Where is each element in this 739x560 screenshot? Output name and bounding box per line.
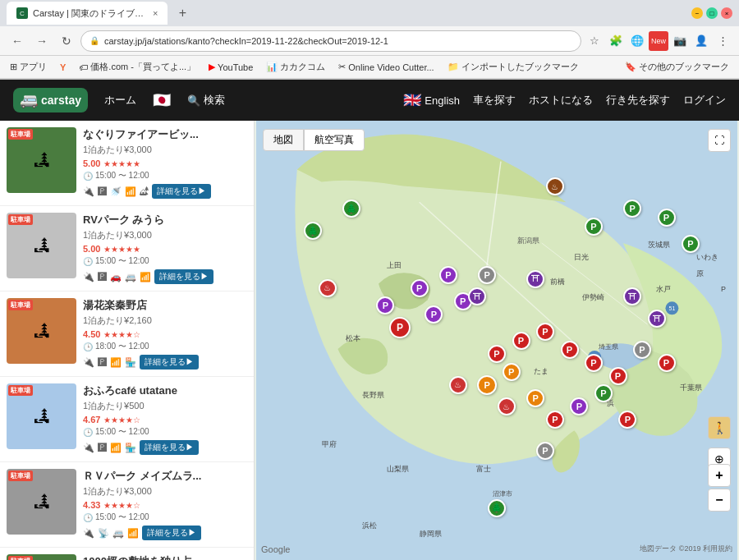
map-tab-aerial[interactable]: 航空写真 — [304, 129, 365, 151]
map-pin-gp1[interactable]: P — [585, 218, 603, 236]
map-pin-rp6[interactable]: P — [609, 367, 627, 385]
login-link[interactable]: ログイン — [683, 93, 726, 108]
map-pin-hs1[interactable]: ♨ — [449, 376, 467, 394]
map-pin-rp1[interactable]: P — [488, 345, 506, 363]
bookmark-apps[interactable]: ⊞ アプリ — [7, 59, 50, 75]
forward-button[interactable]: → — [31, 30, 53, 52]
map-pin-gate1[interactable]: ⛩ — [468, 287, 486, 305]
amenity-icon: 🔌 — [83, 186, 94, 197]
bookmark-cutter[interactable]: ✂ Online Video Cutter... — [335, 60, 437, 74]
map-pin-gray2[interactable]: P — [633, 341, 651, 359]
bookmark-kakaku[interactable]: 🏷 価格.com -「買ってよ...」 — [76, 59, 199, 75]
map-pin-extra4[interactable]: P — [618, 411, 636, 429]
find-destination-link[interactable]: 行き先を探す — [606, 93, 670, 108]
map-pin-gate4[interactable]: ⛩ — [648, 310, 666, 328]
map-pin-extra3[interactable]: P — [594, 384, 613, 402]
language-button[interactable]: 🇬🇧 English — [403, 91, 460, 109]
tab-title: Carstay | 関東のドライブスポット・車... — [33, 7, 148, 20]
listing-title: おふろcafé utatane — [83, 383, 247, 398]
logo[interactable]: 🚐 carstay — [13, 88, 88, 112]
new-tab-button[interactable]: + — [172, 3, 192, 23]
detail-button[interactable]: 詳細を見る▶ — [140, 355, 199, 370]
bookmark-other[interactable]: 🔖 その他のブックマーク — [622, 59, 732, 75]
map-zoom-in-button[interactable]: + — [708, 464, 731, 487]
lang-label: English — [425, 94, 460, 107]
map-tab-map[interactable]: 地図 — [263, 129, 304, 151]
map-pin-p2[interactable]: P — [411, 279, 429, 297]
maximize-button[interactable]: □ — [706, 7, 718, 19]
map-pin-gp3[interactable]: P — [658, 209, 676, 227]
listing-item[interactable]: 🏞 駐車場 なぐりファイアービッ... 1泊あたり¥3,000 5.00 ★★★… — [0, 121, 254, 206]
listing-amenities: 🔌🅿🚗🚐📶 詳細を見る▶ — [83, 269, 247, 284]
map-type-tabs: 地図 航空写真 — [263, 129, 365, 151]
japan-flag-icon[interactable]: 🇯🇵 — [153, 91, 171, 109]
map-pin-gp2[interactable]: P — [623, 200, 641, 218]
menu-icon[interactable]: ⋮ — [713, 31, 732, 51]
map-pin-op3[interactable]: P — [526, 389, 544, 407]
listing-thumbnail: 🏞 駐車場 — [7, 127, 76, 193]
map-fullscreen-button[interactable]: ⛶ — [708, 129, 731, 152]
back-button[interactable]: ← — [7, 30, 28, 52]
active-tab[interactable]: C Carstay | 関東のドライブスポット・車... × — [7, 2, 168, 25]
map-pin-gp4[interactable]: P — [682, 235, 700, 253]
bookmark-yahoo[interactable]: Y — [57, 61, 69, 74]
tab-close-btn[interactable]: × — [153, 8, 158, 18]
map-pin-extra2[interactable]: P — [570, 397, 588, 415]
map-pin-extra5[interactable]: P — [658, 354, 676, 372]
map-pin-rp3[interactable]: P — [536, 323, 554, 341]
listing-info: 1000坪の敷地を独り占... — [83, 554, 247, 560]
listing-item[interactable]: 🏞 駐車場 おふろcafé utatane 1泊あたり¥500 4.67 ★★★… — [0, 377, 254, 462]
map-zoom-out-button[interactable]: − — [708, 489, 731, 512]
map-pin-tree[interactable]: 🌲 — [304, 222, 322, 240]
become-host-link[interactable]: ホストになる — [529, 93, 593, 108]
bookmark-star-icon[interactable]: ☆ — [585, 31, 604, 51]
listing-item[interactable]: 🏞 駐車場 湯花楽秦野店 1泊あたり¥2,160 4.50 ★★★★☆ 🕒18:… — [0, 291, 254, 377]
bookmark-imported[interactable]: 📁 インポートしたブックマーク — [444, 59, 582, 75]
detail-button[interactable]: 詳細を見る▶ — [154, 269, 213, 284]
url-bar[interactable]: 🔒 carstay.jp/ja/stations/kanto?checkIn=2… — [80, 30, 581, 52]
extensions-icon[interactable]: 🧩 — [606, 31, 626, 51]
map-pin-rp2[interactable]: P — [512, 332, 530, 350]
minimize-button[interactable]: − — [691, 7, 703, 19]
map-pin-p1[interactable]: P — [376, 296, 394, 314]
map-pin-op2[interactable]: P — [503, 363, 521, 381]
listing-item[interactable]: 🏞 駐車場 RVパーク みうら 1泊あたり¥3,000 5.00 ★★★★★ 🕒… — [0, 206, 254, 291]
listing-amenities: 🔌📡🚐📶 詳細を見る▶ — [83, 526, 247, 540]
map-pin-tree3[interactable]: 🌲 — [488, 499, 506, 517]
map-pin-gate3[interactable]: ⛩ — [623, 287, 641, 305]
bookmark-kakakucom[interactable]: 📊 カカクコム — [263, 59, 328, 75]
map-pin-gate2[interactable]: ⛩ — [526, 270, 544, 288]
nav-home-link[interactable]: ホーム — [104, 93, 136, 108]
find-car-link[interactable]: 車を探す — [473, 93, 516, 108]
map-pin-extra1[interactable]: P — [546, 411, 564, 429]
translate-icon[interactable]: 🌐 — [627, 31, 647, 51]
search-button[interactable]: 🔍 検索 — [187, 93, 225, 108]
detail-button[interactable]: 詳細を見る▶ — [140, 440, 199, 455]
detail-button[interactable]: 詳細を見る▶ — [142, 526, 201, 540]
map-pin-op1[interactable]: P — [477, 375, 497, 395]
map-street-view-button[interactable]: 🚶 — [708, 416, 731, 439]
map-pin-tree2[interactable]: 🌲 — [342, 200, 360, 218]
amenity-icon: 🚐 — [112, 528, 124, 539]
lang-flag-icon: 🇬🇧 — [403, 91, 421, 109]
map-pin-gray3[interactable]: P — [536, 442, 554, 460]
map-pin-hotspring2[interactable]: ♨ — [546, 177, 564, 195]
listing-amenities: 🔌🅿📶🏪 詳細を見る▶ — [83, 355, 247, 370]
map-pin-hotspring[interactable]: ♨ — [319, 279, 337, 297]
map-pin-p5[interactable]: P — [425, 305, 443, 324]
map-pin-rp4[interactable]: P — [561, 341, 579, 359]
camera-icon[interactable]: 📷 — [670, 31, 690, 51]
close-button[interactable]: × — [721, 7, 732, 19]
map-pin-p3[interactable]: P — [439, 266, 457, 284]
map-pin-p4[interactable]: P — [389, 317, 411, 338]
map-pin-rp5[interactable]: P — [585, 354, 603, 372]
profile-icon[interactable]: 👤 — [691, 31, 711, 51]
bookmark-youtube[interactable]: ▶ YouTube — [205, 60, 256, 74]
map-pin-hs2[interactable]: ♨ — [498, 397, 516, 415]
listing-item[interactable]: 🏞 駐車場 1000坪の敷地を独り占... — [0, 548, 254, 560]
reload-button[interactable]: ↻ — [56, 30, 77, 52]
google-logo: Google — [261, 544, 290, 554]
map-pin-gray1[interactable]: P — [478, 266, 496, 284]
detail-button[interactable]: 詳細を見る▶ — [152, 184, 211, 199]
listing-item[interactable]: 🏞 駐車場 ＲＶパーク メイズムラ... 1泊あたり¥3,000 4.33 ★★… — [0, 462, 254, 548]
